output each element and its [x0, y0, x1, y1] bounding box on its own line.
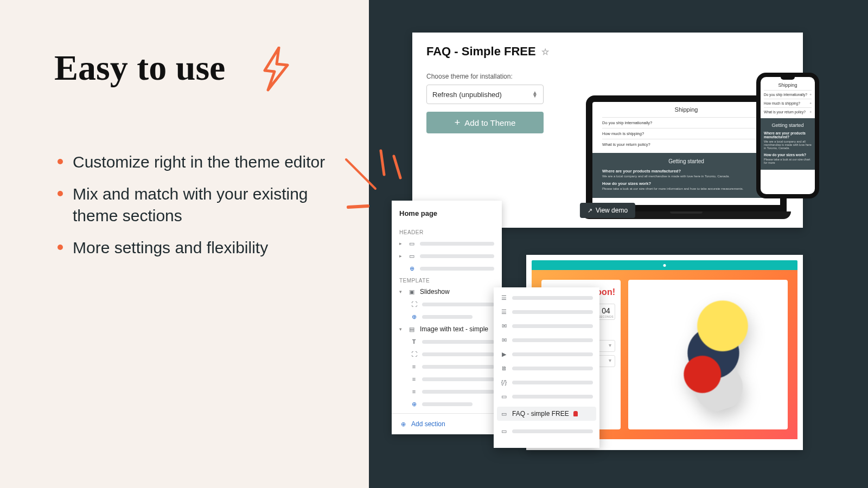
paragraph-block-icon: ≡ [410, 375, 418, 383]
updown-chevron-icon: ▲▼ [532, 91, 538, 98]
page-icon: 🗎 [500, 364, 508, 372]
paragraph-block-icon: ≡ [410, 363, 418, 370]
faq-question-row[interactable]: How much is shipping?+ [602, 128, 770, 139]
section-icon: ▭ [500, 393, 508, 400]
picker-option[interactable]: 🗎 [500, 364, 593, 372]
section-row[interactable]: ▸▭ [399, 240, 494, 247]
getting-started-heading: Getting started [602, 158, 770, 164]
section-label-template: TEMPLATE [399, 278, 494, 284]
bullet-item: More settings and flexibility [54, 237, 336, 259]
choose-theme-label: Choose theme for installation: [426, 73, 789, 80]
view-demo-button[interactable]: ↗ View demo [580, 203, 635, 218]
section-row-image-text[interactable]: ▾▤Image with text - simple [399, 325, 494, 333]
plus-circle-icon: ⊕ [408, 265, 416, 272]
bullet-item: Customize right in the theme editor [54, 151, 336, 174]
section-picker-popover: ☰ ☰ ✉ ✉ ▶ 🗎 {/} ▭ ▭ FAQ - simple FREE ▭ [494, 287, 599, 448]
section-row[interactable]: ▸▭ [399, 252, 494, 260]
section-icon: ▭ [408, 240, 416, 247]
picker-option[interactable]: ☰ [500, 308, 593, 316]
lightning-icon [255, 47, 296, 92]
phone-mockup: Shipping Do you ship internationally?+ H… [756, 73, 819, 198]
text-block-icon: T [410, 338, 418, 345]
section-row-slideshow[interactable]: ▾▣Slideshow [399, 288, 494, 296]
page-title: Home page [399, 209, 494, 217]
faq-heading-shipping: Shipping [602, 106, 770, 113]
faq-question-row[interactable]: Do you ship internationally?+ [764, 90, 812, 99]
block-row[interactable]: ≡ [399, 388, 494, 395]
faq-answer: Please take a look at our size chart for… [602, 187, 770, 190]
picker-option[interactable]: ✉ [500, 336, 593, 344]
faq-card-title-text: FAQ - Simple FREE [426, 44, 536, 59]
image-text-icon: ▤ [408, 325, 416, 333]
slideshow-icon: ▣ [408, 288, 416, 296]
picker-option[interactable]: ▭ [500, 393, 593, 400]
faq-question: Where are your products manufactured? [764, 131, 812, 139]
code-icon: {/} [500, 378, 508, 386]
section-icon: ▭ [500, 427, 508, 435]
picker-option[interactable]: ▶ [500, 350, 593, 358]
feature-bullets: Customize right in the theme editor Mix … [54, 151, 336, 259]
bullet-item: Mix and match with your existing theme s… [54, 183, 336, 227]
image-block-icon: ⛶ [410, 300, 418, 308]
getting-started-block: Getting started Where are your products … [592, 153, 780, 198]
faq-question-row[interactable]: Do you ship internationally?+ [602, 117, 770, 128]
picker-option[interactable]: ☰ [500, 294, 593, 301]
add-block-row[interactable]: ⊕ [399, 313, 494, 320]
plus-circle-icon: ⊕ [410, 400, 418, 408]
timer-seconds: 04 [597, 306, 615, 315]
external-link-icon: ↗ [588, 207, 592, 214]
faq-question: How do your sizes work? [602, 181, 770, 186]
add-section-label: Add section [411, 420, 445, 428]
add-to-theme-label: Add to Theme [464, 118, 515, 127]
text-icon: ☰ [500, 308, 508, 316]
add-block-row[interactable]: ⊕ [399, 265, 494, 272]
plus-circle-icon: ⊕ [410, 313, 418, 320]
theme-select-value: Refresh (unpublished) [432, 91, 502, 99]
theme-editor-sidebar: Home page HEADER ▸▭ ▸▭ ⊕ TEMPLATE ▾▣Slid… [392, 201, 502, 434]
add-block-row[interactable]: ⊕ [399, 400, 494, 408]
view-demo-label: View demo [596, 207, 628, 214]
storefront-header-bar [532, 260, 797, 270]
add-section-button[interactable]: ⊕ Add section [392, 413, 502, 434]
faq-question-row[interactable]: What is your return policy?+ [764, 107, 812, 116]
showcase-right-panel: FAQ - Simple FREE ☆ Choose theme for ins… [369, 0, 868, 488]
picker-option[interactable]: ▭ [500, 427, 593, 435]
section-label-header: HEADER [399, 229, 494, 235]
section-icon: ▭ [500, 410, 508, 418]
faq-heading-shipping: Shipping [764, 82, 812, 88]
block-row[interactable]: ≡ [399, 375, 494, 383]
ladybug-icon [573, 411, 578, 416]
picker-seldid-label: FAQ - simple FREE [512, 410, 569, 418]
product-image-card [628, 280, 788, 429]
picker-option[interactable]: {/} [500, 378, 593, 386]
faq-card-title: FAQ - Simple FREE ☆ [426, 44, 789, 59]
plus-circle-icon: ⊕ [399, 420, 407, 428]
block-row[interactable]: ⛶ [399, 350, 494, 358]
getting-started-heading: Getting started [764, 123, 812, 128]
theme-select[interactable]: Refresh (unpublished) ▲▼ [426, 85, 544, 104]
faq-question: Where are your products manufactured? [602, 169, 770, 174]
section-icon: ▭ [408, 252, 416, 260]
mail-icon: ✉ [500, 336, 508, 344]
faq-question: How do your sizes work? [764, 153, 812, 157]
marketing-left-panel: Easy to use Customize right in the theme… [0, 0, 369, 488]
picker-option-selected[interactable]: ▭ FAQ - simple FREE [497, 407, 596, 421]
faq-question-row[interactable]: How much is shipping?+ [764, 99, 812, 107]
plus-icon: + [455, 117, 461, 129]
star-outline-icon[interactable]: ☆ [541, 47, 549, 57]
paragraph-block-icon: ≡ [410, 388, 418, 395]
faq-question-row[interactable]: What is your return policy?+ [602, 139, 770, 150]
faq-answer: We are a local company and all merchandi… [602, 175, 770, 178]
mail-icon: ✉ [500, 322, 508, 330]
block-row[interactable]: T [399, 338, 494, 345]
image-block-icon: ⛶ [410, 350, 418, 358]
block-row[interactable]: ⛶ [399, 300, 494, 308]
faq-install-card: FAQ - Simple FREE ☆ Choose theme for ins… [412, 33, 803, 228]
block-row[interactable]: ≡ [399, 363, 494, 370]
sneaker-image [636, 283, 780, 427]
faq-answer: We are a local company and all merchandi… [764, 140, 812, 150]
text-icon: ☰ [500, 294, 508, 301]
add-to-theme-button[interactable]: + Add to Theme [426, 112, 544, 133]
picker-option[interactable]: ✉ [500, 322, 593, 330]
video-icon: ▶ [500, 350, 508, 358]
